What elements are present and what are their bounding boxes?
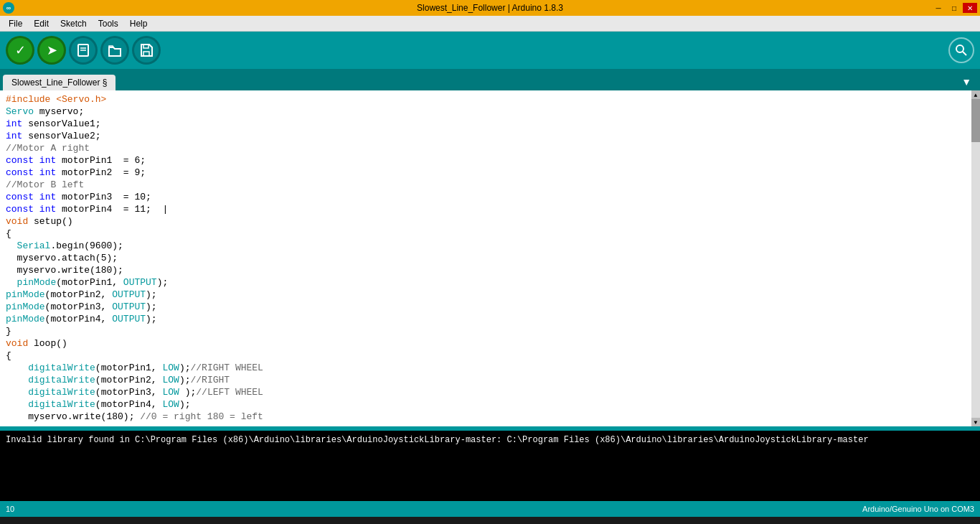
tabbar: Slowest_Line_Follower § ▼ xyxy=(0,69,980,90)
menu-file[interactable]: File xyxy=(3,17,28,30)
arduino-logo: ∞ xyxy=(3,2,14,14)
vertical-scrollbar[interactable]: ▲ ▼ xyxy=(971,90,980,426)
open-button[interactable] xyxy=(100,36,129,65)
verify-button[interactable]: ✓ xyxy=(6,36,34,65)
titlebar-left: ∞ xyxy=(3,2,14,14)
active-tab[interactable]: Slowest_Line_Follower § xyxy=(3,75,116,90)
menu-edit[interactable]: Edit xyxy=(28,17,55,30)
scroll-down-button[interactable]: ▼ xyxy=(971,418,980,426)
status-line-number: 10 xyxy=(6,505,14,513)
upload-button[interactable]: ➤ xyxy=(37,36,66,65)
svg-point-5 xyxy=(956,45,963,52)
minimize-button[interactable]: ─ xyxy=(931,3,946,13)
maximize-button[interactable]: □ xyxy=(947,3,961,13)
statusbar: 10 Arduino/Genuino Uno on COM3 xyxy=(0,501,980,517)
search-button[interactable] xyxy=(948,37,974,63)
svg-line-6 xyxy=(963,52,966,55)
status-board-info: Arduino/Genuino Uno on COM3 xyxy=(862,505,974,513)
console-output: Invalid library found in C:\Program File… xyxy=(0,429,980,501)
menu-tools[interactable]: Tools xyxy=(93,17,124,30)
menu-sketch[interactable]: Sketch xyxy=(55,17,93,30)
tab-dropdown[interactable]: ▼ xyxy=(956,73,977,90)
titlebar-controls: ─ □ ✕ xyxy=(931,3,977,13)
new-button[interactable] xyxy=(69,36,98,65)
console-message: Invalid library found in C:\Program File… xyxy=(6,435,974,445)
scroll-thumb[interactable] xyxy=(971,99,980,142)
titlebar: ∞ Slowest_Line_Follower | Arduino 1.8.3 … xyxy=(0,0,980,16)
code-editor[interactable]: #include <Servo.h>Servo myservo;int sens… xyxy=(0,90,980,426)
close-button[interactable]: ✕ xyxy=(963,3,977,13)
menubar: File Edit Sketch Tools Help xyxy=(0,16,980,32)
svg-rect-4 xyxy=(143,45,149,48)
toolbar-left: ✓ ➤ xyxy=(6,36,161,65)
code-content: #include <Servo.h>Servo myservo;int sens… xyxy=(0,93,980,424)
titlebar-title: Slowest_Line_Follower | Arduino 1.8.3 xyxy=(0,3,980,13)
toolbar: ✓ ➤ xyxy=(0,32,980,69)
menu-help[interactable]: Help xyxy=(124,17,154,30)
scroll-up-button[interactable]: ▲ xyxy=(971,90,980,99)
save-button[interactable] xyxy=(132,36,161,65)
